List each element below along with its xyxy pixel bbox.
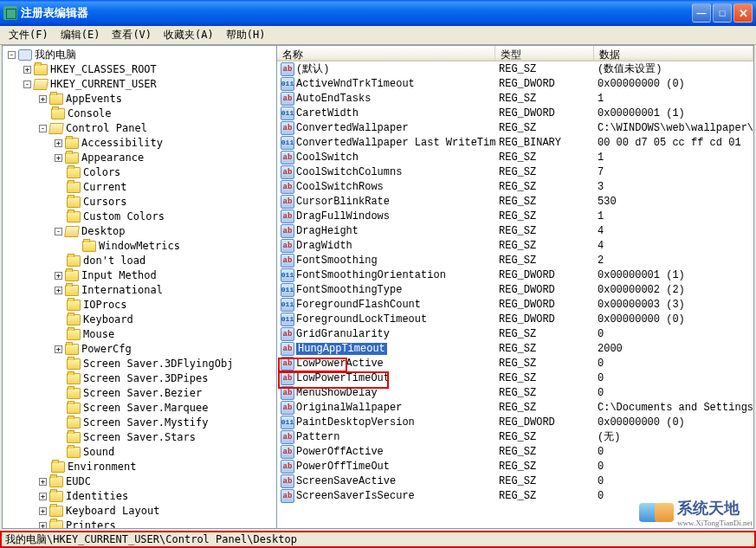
tree-node[interactable]: +HKEY_CLASSES_ROOT — [3, 62, 276, 77]
col-name[interactable]: 名称 — [277, 46, 495, 61]
list-body[interactable]: ab(默认)REG_SZ(数值未设置)011ActiveWndTrkTimeou… — [277, 61, 753, 528]
menu-favorites[interactable]: 收藏夹(A) — [158, 26, 219, 44]
value-row[interactable]: abHungAppTimeoutREG_SZ2000 — [277, 341, 753, 356]
value-row[interactable]: 011ForegroundFlashCountREG_DWORD0x000000… — [277, 297, 753, 312]
tree-node[interactable]: Sound — [3, 445, 276, 460]
tree-node[interactable]: Environment — [3, 460, 276, 474]
value-row[interactable]: 011FontSmoothingOrientationREG_DWORD0x00… — [277, 268, 753, 282]
value-row[interactable]: 011FontSmoothingTypeREG_DWORD0x00000002 … — [277, 282, 753, 297]
string-value-icon: ab — [281, 386, 294, 400]
value-row[interactable]: abAutoEndTasksREG_SZ1 — [277, 91, 753, 106]
value-row[interactable]: abMenuShowDelayREG_SZ0 — [277, 385, 753, 400]
value-row[interactable]: abDragHeightREG_SZ4 — [277, 223, 753, 238]
tree-node[interactable]: Screen Saver.Stars — [3, 430, 276, 445]
tree-node[interactable]: Console — [3, 106, 276, 121]
expand-icon[interactable]: + — [39, 478, 47, 486]
tree-node[interactable]: +Input Method — [3, 268, 276, 283]
titlebar[interactable]: 注册表编辑器 — □ ✕ — [0, 0, 756, 26]
value-name: ForegroundLockTimeout — [296, 313, 427, 326]
value-row[interactable]: abDragFullWindowsREG_SZ1 — [277, 209, 753, 223]
value-row[interactable]: abFontSmoothingREG_SZ2 — [277, 253, 753, 268]
tree-node[interactable]: Screen Saver.Marquee — [3, 401, 276, 416]
collapse-icon[interactable]: - — [8, 51, 16, 59]
tree-node[interactable]: +Keyboard Layout — [3, 504, 276, 519]
expand-icon[interactable]: + — [39, 95, 47, 103]
tree-label: 我的电脑 — [35, 48, 76, 62]
value-row[interactable]: abCoolSwitchRowsREG_SZ3 — [277, 179, 753, 194]
expand-icon[interactable]: + — [55, 272, 62, 280]
expand-icon[interactable]: + — [23, 66, 31, 74]
tree-label: Screen Saver.Stars — [83, 430, 196, 445]
tree-node[interactable]: +Identities — [3, 489, 276, 504]
collapse-icon[interactable]: - — [39, 125, 47, 132]
value-type: REG_SZ — [495, 196, 594, 208]
value-row[interactable]: abGridGranularityREG_SZ0 — [277, 326, 753, 341]
tree-node[interactable]: Screen Saver.3DFlyingObj — [3, 357, 276, 371]
tree-node[interactable]: Current — [3, 180, 276, 195]
tree-node[interactable]: IOProcs — [3, 298, 276, 313]
tree-node[interactable]: Keyboard — [3, 313, 276, 327]
tree-node[interactable]: Colors — [3, 165, 276, 180]
value-row[interactable]: abCoolSwitchREG_SZ1 — [277, 150, 753, 164]
expand-icon[interactable]: + — [55, 287, 62, 294]
tree-node[interactable]: -Control Panel — [3, 121, 276, 136]
tree-node[interactable]: don't load — [3, 254, 276, 268]
value-row[interactable]: abLowPowerTimeOutREG_SZ0 — [277, 371, 753, 385]
expand-icon[interactable]: + — [39, 493, 47, 500]
expand-icon[interactable]: + — [39, 507, 47, 515]
value-row[interactable]: 011CaretWidthREG_DWORD0x00000001 (1) — [277, 106, 753, 120]
menu-file[interactable]: 文件(F) — [3, 26, 54, 44]
maximize-button[interactable]: □ — [713, 3, 732, 23]
tree-node[interactable]: +Printers — [3, 519, 276, 529]
value-row[interactable]: abConvertedWallpaperREG_SZC:\WINDOWS\web… — [277, 120, 753, 135]
tree-node[interactable]: WindowMetrics — [3, 239, 276, 254]
value-row[interactable]: abOriginalWallpaperREG_SZC:\Documents an… — [277, 400, 753, 415]
tree-node[interactable]: +International — [3, 283, 276, 298]
value-row[interactable]: 011ForegroundLockTimeoutREG_DWORD0x00000… — [277, 312, 753, 326]
value-row[interactable]: abPowerOffActiveREG_SZ0 — [277, 444, 753, 459]
tree-node[interactable]: +AppEvents — [3, 92, 276, 106]
value-row[interactable]: abLowPowerActiveREG_SZ0 — [277, 356, 753, 371]
close-button[interactable]: ✕ — [733, 3, 753, 23]
value-row[interactable]: 011ConvertedWallpaper Last WriteTimeREG_… — [277, 135, 753, 150]
expand-icon[interactable]: + — [55, 345, 62, 353]
value-data: 4 — [594, 225, 753, 237]
tree-node[interactable]: -我的电脑 — [3, 48, 276, 62]
menu-help[interactable]: 帮助(H) — [221, 26, 271, 44]
value-row[interactable]: abScreenSaveActiveREG_SZ0 — [277, 474, 753, 488]
tree-node[interactable]: Screen Saver.Mystify — [3, 416, 276, 430]
value-row[interactable]: 011ActiveWndTrkTimeoutREG_DWORD0x0000000… — [277, 76, 753, 91]
col-data[interactable]: 数据 — [594, 46, 753, 61]
value-row[interactable]: abCoolSwitchColumnsREG_SZ7 — [277, 164, 753, 179]
tree-node[interactable]: -Desktop — [3, 224, 276, 239]
tree-node[interactable]: Screen Saver.Bezier — [3, 386, 276, 401]
menu-edit[interactable]: 编辑(E) — [55, 26, 106, 44]
tree-node[interactable]: Custom Colors — [3, 210, 276, 224]
expand-icon[interactable]: + — [55, 139, 62, 147]
tree-node[interactable]: -HKEY_CURRENT_USER — [3, 77, 276, 92]
value-name: CoolSwitchColumns — [296, 166, 402, 178]
value-row[interactable]: ab(默认)REG_SZ(数值未设置) — [277, 61, 753, 76]
collapse-icon[interactable]: - — [23, 81, 31, 88]
value-row[interactable]: abPatternREG_SZ(无) — [277, 429, 753, 444]
expand-icon[interactable]: + — [39, 522, 47, 529]
value-row[interactable]: abPowerOffTimeOutREG_SZ0 — [277, 459, 753, 474]
tree-node[interactable]: +Appearance — [3, 151, 276, 165]
tree-node[interactable]: Cursors — [3, 195, 276, 210]
tree-node[interactable]: Screen Saver.3DPipes — [3, 371, 276, 386]
value-data: 0 — [594, 475, 753, 487]
registry-tree[interactable]: -我的电脑+HKEY_CLASSES_ROOT-HKEY_CURRENT_USE… — [2, 45, 277, 529]
col-type[interactable]: 类型 — [495, 46, 594, 61]
value-row[interactable]: 011PaintDesktopVersionREG_DWORD0x0000000… — [277, 415, 753, 429]
tree-node[interactable]: +Accessibility — [3, 136, 276, 151]
tree-node[interactable]: Mouse — [3, 327, 276, 342]
tree-node[interactable]: +PowerCfg — [3, 342, 276, 357]
value-row[interactable]: abDragWidthREG_SZ4 — [277, 238, 753, 253]
menu-view[interactable]: 查看(V) — [107, 26, 157, 44]
minimize-button[interactable]: — — [692, 3, 711, 23]
expand-icon[interactable]: + — [55, 154, 62, 162]
collapse-icon[interactable]: - — [55, 228, 62, 235]
tree-node[interactable]: +EUDC — [3, 474, 276, 489]
tree-label: Accessibility — [81, 136, 163, 151]
value-row[interactable]: abCursorBlinkRateREG_SZ530 — [277, 194, 753, 209]
